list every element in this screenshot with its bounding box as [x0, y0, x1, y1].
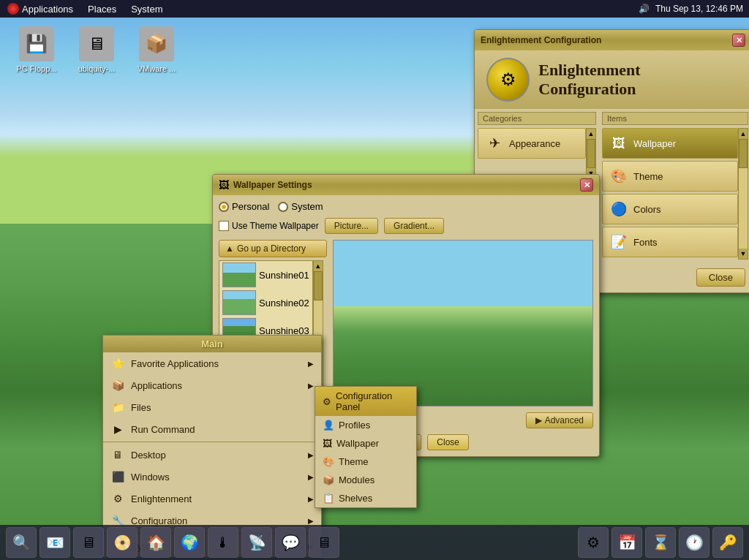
app-icon	[7, 3, 19, 15]
scroll-thumb	[587, 139, 595, 168]
ws-close-button[interactable]: ✕	[580, 178, 593, 192]
ec-item-theme[interactable]: 🎨 Theme	[602, 161, 738, 192]
menu-sep-1	[103, 442, 321, 442]
theme-icon: 🎨	[609, 166, 629, 186]
gradient-button[interactable]: Gradient...	[384, 218, 444, 234]
vmware-icon: 📦	[139, 26, 174, 61]
taskbar-btn-13[interactable]: 🕐	[679, 527, 710, 558]
ws-title: Wallpaper Settings	[233, 180, 312, 190]
taskbar-right: 🔊 Thu Sep 13, 12:46 PM	[639, 4, 749, 14]
taskbar-top: Applications Places System 🔊 Thu Sep 13,…	[0, 0, 749, 18]
submenu-modules[interactable]: 📦 Modules	[315, 471, 416, 489]
taskbar-btn-1[interactable]: 📧	[39, 527, 70, 558]
floppy-label: PC Flopp...	[16, 64, 56, 73]
system-tray: 🔊	[639, 4, 650, 14]
ws-close-button[interactable]: Close	[427, 434, 469, 450]
checkbox-box[interactable]	[219, 221, 229, 231]
system-menu[interactable]: System	[124, 2, 170, 16]
menu-windows[interactable]: ⬛ Windows ▶	[103, 466, 321, 488]
menu-run-command[interactable]: ▶ Run Command	[103, 418, 321, 440]
ws-preview-area	[333, 240, 593, 406]
taskbar-bottom: 🔍 📧 🖥 📀 🏠 🌍 🌡 📡 💬 🖥 ⚙ 📅 ⌛ 🕐 🔑	[0, 525, 749, 560]
taskbar-btn-8[interactable]: 💬	[275, 527, 306, 558]
applications-menu[interactable]: Applications	[0, 1, 80, 16]
taskbar-btn-6[interactable]: 🌡	[208, 527, 238, 558]
floppy-icon: 💾	[19, 26, 54, 61]
places-menu[interactable]: Places	[80, 2, 124, 16]
desktop-icon-ubiquity[interactable]: 🖥 ubiquity-...	[67, 26, 126, 73]
categories-label: Categories	[478, 112, 596, 125]
submenu-wallpaper[interactable]: 🖼 Wallpaper	[315, 434, 416, 453]
menu-desktop[interactable]: 🖥 Desktop ▶	[103, 444, 321, 466]
items-scroll-up[interactable]: ▲	[739, 129, 748, 139]
menu-favorite-apps[interactable]: ⭐ Favorite Applications ▶	[103, 352, 321, 374]
menu-files[interactable]: 📁 Files	[103, 396, 321, 418]
categories-scrollbar[interactable]: ▲ ▼	[586, 128, 596, 179]
ec-item-fonts[interactable]: 📝 Fonts	[602, 227, 738, 257]
personal-radio-btn[interactable]	[219, 202, 229, 212]
arrow-icon-5: ▶	[308, 473, 314, 481]
desktop: Applications Places System 🔊 Thu Sep 13,…	[0, 0, 749, 560]
ec-item-wallpaper[interactable]: 🖼 Wallpaper	[602, 128, 738, 159]
wallpaper-icon: 🖼	[609, 133, 629, 154]
fonts-icon: 📝	[609, 232, 629, 252]
advanced-arrow-icon: ▶	[535, 415, 542, 425]
menu-enlightenment[interactable]: ⚙ Enlightenment ▶	[103, 488, 321, 510]
ws-radio-personal[interactable]: Personal	[219, 201, 269, 212]
desktop-icon-vmware[interactable]: 📦 VMware ...	[127, 26, 186, 73]
items-scroll-thumb	[739, 139, 748, 168]
modules-icon: 📦	[323, 474, 334, 485]
taskbar-btn-11[interactable]: 📅	[611, 527, 642, 558]
scroll-up-btn[interactable]: ▲	[587, 129, 595, 139]
windows-icon: ⬛	[110, 469, 125, 484]
ec-titlebar[interactable]: Enlightenment Configuration ✕	[475, 30, 749, 50]
files-icon: 📁	[110, 400, 125, 415]
vmware-label: VMware ...	[138, 64, 176, 73]
ws-list-scroll-up[interactable]: ▲	[314, 261, 323, 271]
arrow-icon-0: ▶	[308, 360, 314, 368]
submenu-config-panel[interactable]: ⚙ Configuration Panel	[315, 387, 416, 416]
ec-item-colors[interactable]: 🔵 Colors	[602, 194, 738, 224]
submenu-profiles[interactable]: 👤 Profiles	[315, 416, 416, 434]
desktop-icon: 🖥	[110, 447, 125, 462]
ec-close-button[interactable]: ✕	[732, 34, 745, 47]
system-radio-btn[interactable]	[278, 202, 288, 212]
taskbar-btn-4[interactable]: 🏠	[140, 527, 171, 558]
ws-list-item-1[interactable]: Sunshine02	[219, 289, 312, 317]
taskbar-btn-14[interactable]: 🔑	[712, 527, 743, 558]
ec-header: ⚙ Enlightenment Configuration	[475, 50, 749, 109]
taskbar-btn-5[interactable]: 🌍	[174, 527, 205, 558]
config-panel-icon: ⚙	[323, 396, 331, 407]
menu-applications[interactable]: 📦 Applications ▶	[103, 374, 321, 396]
ws-radio-group: Personal System	[219, 201, 593, 212]
items-scrollbar[interactable]: ▲ ▼	[738, 128, 748, 260]
taskbar-btn-0[interactable]: 🔍	[6, 527, 37, 558]
ws-advanced-button[interactable]: ▶ Advanced	[526, 412, 593, 428]
items-scroll-track	[739, 139, 748, 249]
taskbar-btn-12[interactable]: ⌛	[645, 527, 676, 558]
picture-button[interactable]: Picture...	[325, 218, 378, 234]
ubiquity-icon: 🖥	[79, 26, 114, 61]
ws-radio-system[interactable]: System	[278, 201, 323, 212]
use-theme-wallpaper-checkbox[interactable]: Use Theme Wallpaper	[219, 221, 319, 231]
taskbar-btn-10[interactable]: ⚙	[578, 527, 609, 558]
taskbar-btn-9[interactable]: 🖥	[309, 527, 339, 558]
wallpaper-sub-icon: 🖼	[323, 438, 332, 449]
theme-sub-icon: 🎨	[323, 456, 334, 467]
ws-titlebar[interactable]: 🖼 Wallpaper Settings ✕	[213, 175, 599, 195]
ec-close-button-footer[interactable]: Close	[696, 268, 745, 287]
taskbar-btn-2[interactable]: 🖥	[73, 527, 104, 558]
ec-category-appearance[interactable]: ✈ Appearance	[478, 128, 586, 159]
items-scroll-down[interactable]: ▼	[739, 249, 748, 259]
ws-go-up-button[interactable]: ▲ Go up a Directory	[219, 240, 327, 257]
desktop-icon-floppy[interactable]: 💾 PC Flopp...	[7, 26, 66, 73]
submenu-theme[interactable]: 🎨 Theme	[315, 453, 416, 471]
arrow-icon-4: ▶	[308, 451, 314, 459]
taskbar-btn-3[interactable]: 📀	[107, 527, 138, 558]
ws-list-item-0[interactable]: Sunshine01	[219, 261, 312, 289]
shelves-icon: 📋	[323, 493, 334, 504]
submenu-shelves[interactable]: 📋 Shelves	[315, 489, 416, 507]
ws-list-thumb	[314, 271, 323, 300]
clock: Thu Sep 13, 12:46 PM	[655, 4, 743, 14]
taskbar-btn-7[interactable]: 📡	[241, 527, 272, 558]
